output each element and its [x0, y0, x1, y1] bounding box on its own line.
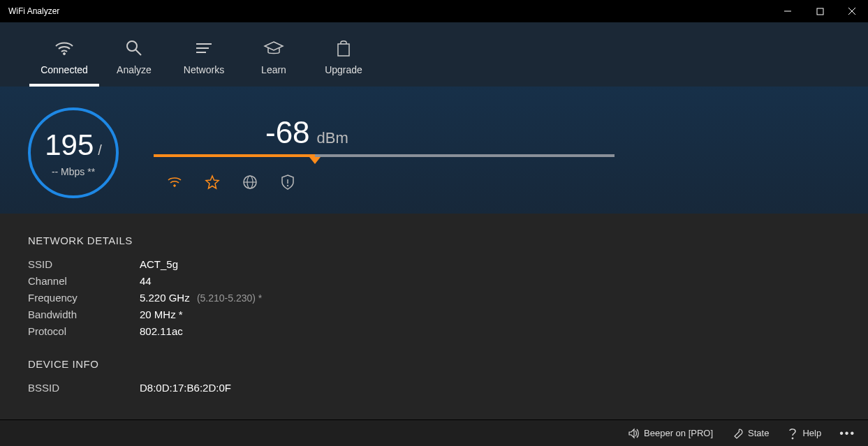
graduation-cap-icon: [263, 38, 284, 59]
globe-icon[interactable]: [242, 174, 258, 191]
device-info-title: DEVICE INFO: [28, 358, 840, 370]
signal-value: -68: [265, 115, 310, 150]
star-icon[interactable]: [204, 174, 221, 191]
network-details-title: NETWORK DETAILS: [28, 235, 840, 246]
tab-connected[interactable]: Connected: [29, 38, 99, 87]
protocol-value: 802.11ac: [140, 323, 183, 340]
app-window: WiFi Analyzer Connected Analyze: [0, 0, 868, 446]
link-speed-sub: -- Mbps **: [52, 166, 95, 177]
list-icon: [195, 38, 213, 59]
question-icon: [787, 427, 798, 440]
link-speed-gauge: 195 / -- Mbps **: [28, 107, 119, 198]
signal-block: -68 dBm: [154, 115, 840, 191]
row-bssid: BSSID D8:0D:17:B6:2D:0F: [28, 380, 840, 396]
maximize-icon: [816, 8, 824, 15]
mini-icon-row: [166, 174, 840, 191]
magnifier-icon: [125, 38, 143, 59]
tab-label: Networks: [184, 64, 224, 75]
maximize-button[interactable]: [804, 0, 836, 22]
tab-analyze[interactable]: Analyze: [99, 38, 169, 87]
tab-learn[interactable]: Learn: [239, 38, 309, 87]
close-icon: [848, 7, 856, 15]
signal-bar-marker: [309, 157, 321, 164]
beeper-button[interactable]: Beeper on [PRO]: [620, 420, 720, 446]
details-panel: NETWORK DETAILS SSID ACT_5g Channel 44 F…: [0, 214, 868, 419]
svg-point-17: [792, 438, 793, 439]
speaker-icon: [627, 427, 640, 440]
help-button[interactable]: Help: [780, 420, 828, 446]
shield-icon[interactable]: [279, 174, 296, 191]
ssid-value: ACT_5g: [140, 256, 178, 273]
tab-label: Connected: [41, 64, 88, 75]
more-button[interactable]: •••: [832, 427, 862, 440]
wifi-icon: [54, 38, 74, 59]
row-channel: Channel 44: [28, 273, 840, 290]
svg-rect-10: [338, 44, 349, 56]
help-label: Help: [802, 428, 821, 438]
row-bandwidth: Bandwidth 20 MHz *: [28, 306, 840, 323]
title-bar: WiFi Analyzer: [0, 0, 868, 22]
frequency-value: 5.220 GHz (5.210-5.230) *: [140, 290, 262, 306]
svg-line-6: [135, 50, 141, 55]
svg-point-11: [174, 185, 176, 187]
wrench-icon: [731, 427, 744, 440]
tab-label: Upgrade: [325, 64, 362, 75]
close-button[interactable]: [836, 0, 868, 22]
tab-label: Learn: [261, 64, 286, 75]
bssid-label: BSSID: [28, 380, 140, 396]
svg-point-5: [127, 41, 137, 51]
state-button[interactable]: State: [724, 420, 776, 446]
signal-unit: dBm: [317, 129, 348, 147]
tab-networks[interactable]: Networks: [169, 38, 239, 87]
svg-point-16: [287, 185, 288, 186]
minimize-icon: [784, 7, 792, 15]
frequency-sub: (5.210-5.230) *: [197, 292, 262, 304]
window-controls: [772, 0, 868, 22]
wifi-mini-icon[interactable]: [166, 174, 183, 191]
signal-bar: [154, 154, 615, 157]
link-speed-value: 195: [45, 128, 94, 162]
row-frequency: Frequency 5.220 GHz (5.210-5.230) *: [28, 290, 840, 306]
tab-upgrade[interactable]: Upgrade: [309, 38, 378, 87]
row-ssid: SSID ACT_5g: [28, 256, 840, 273]
bandwidth-label: Bandwidth: [28, 306, 140, 323]
footer-bar: Beeper on [PRO] State Help •••: [0, 419, 868, 446]
channel-value: 44: [140, 273, 152, 290]
link-speed-slash: /: [98, 142, 102, 158]
state-label: State: [748, 428, 769, 438]
tab-label: Analyze: [117, 64, 152, 75]
bandwidth-value: 20 MHz *: [140, 306, 183, 323]
beeper-label: Beeper on [PRO]: [644, 428, 713, 438]
signal-bar-fill: [154, 154, 315, 157]
channel-label: Channel: [28, 273, 140, 290]
row-protocol: Protocol 802.11ac: [28, 323, 840, 340]
minimize-button[interactable]: [772, 0, 804, 22]
nav-tabs: Connected Analyze Networks Learn Upgrade: [0, 22, 868, 87]
ssid-label: SSID: [28, 256, 140, 273]
bssid-value: D8:0D:17:B6:2D:0F: [140, 380, 231, 396]
svg-rect-1: [817, 8, 823, 15]
app-title: WiFi Analyzer: [0, 6, 59, 16]
shopping-bag-icon: [336, 38, 351, 59]
protocol-label: Protocol: [28, 323, 140, 340]
frequency-main: 5.220 GHz: [140, 292, 190, 304]
hero-panel: 195 / -- Mbps ** -68 dBm: [0, 87, 868, 214]
svg-point-4: [64, 53, 66, 55]
frequency-label: Frequency: [28, 290, 140, 306]
